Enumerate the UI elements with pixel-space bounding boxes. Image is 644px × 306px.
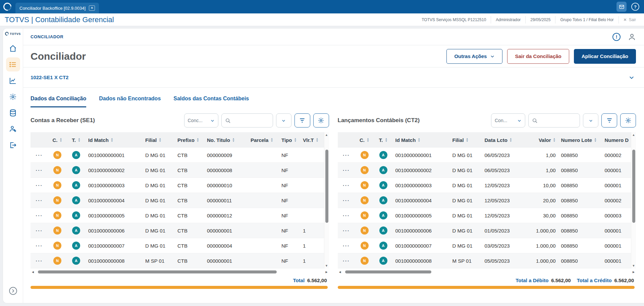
sort-icon[interactable]: ▲▼ <box>159 138 161 142</box>
right-filter-select[interactable]: Con... <box>491 113 525 128</box>
left-search-options-select[interactable] <box>276 113 291 128</box>
column-header-id_match[interactable]: Id Match▲▼ <box>393 137 450 143</box>
scroll-left-icon[interactable]: ◄ <box>338 270 342 274</box>
right-filter-button[interactable] <box>601 113 617 128</box>
row-menu-button[interactable]: ··· <box>36 243 43 249</box>
column-header-numero_lote[interactable]: Numero Lote▲▼ <box>558 137 602 143</box>
scrollbar-thumb[interactable] <box>345 270 432 273</box>
table-row[interactable]: ···NA0010000000007D MG 0103/05/20231.000… <box>338 238 636 253</box>
row-menu-button[interactable]: ··· <box>36 228 43 234</box>
notifications-button[interactable]: ! <box>612 33 621 41</box>
table-row[interactable]: ···NA0010000000006D MG 0101/05/20231.000… <box>338 223 636 238</box>
sidebar-item-dashboard[interactable] <box>6 73 20 88</box>
sidebar-expand-button[interactable] <box>6 284 20 298</box>
table-row[interactable]: ···NA0010000000002D MG 0106/05/20231,000… <box>338 163 636 178</box>
apply-conciliation-button[interactable]: Aplicar Conciliação <box>574 49 636 64</box>
tab-1[interactable]: Dados não Encontrados <box>99 96 161 107</box>
sidebar-item-conciliador[interactable] <box>6 57 20 71</box>
sort-icon[interactable]: ▲▼ <box>78 138 80 142</box>
sort-icon[interactable]: ▲▼ <box>294 138 297 142</box>
table-row[interactable]: ···NA0010000000005D MG 01CTB000000012NF <box>31 208 329 223</box>
sidebar-item-home[interactable] <box>6 41 20 55</box>
user-profile-button[interactable] <box>628 33 636 41</box>
sort-icon[interactable]: ▲▼ <box>111 138 113 142</box>
row-menu-button[interactable]: ··· <box>343 243 350 249</box>
table-row[interactable]: ···NA0010000000008M SP 01CTB000000001NF1 <box>31 253 329 268</box>
table-row[interactable]: ···NA0010000000004D MG 01CTB000000011NF <box>31 193 329 208</box>
left-filter-select[interactable]: Conc... <box>184 113 218 128</box>
column-header-t[interactable]: T.▲▼ <box>374 137 393 143</box>
sort-icon[interactable]: ▲▼ <box>553 138 556 142</box>
sort-icon[interactable]: ▲▼ <box>270 138 273 142</box>
sort-icon[interactable]: ▲▼ <box>197 138 199 142</box>
column-header-filial[interactable]: Filial▲▼ <box>143 137 175 143</box>
sort-icon[interactable]: ▲▼ <box>418 138 420 142</box>
tab-0[interactable]: Dados da Conciliação <box>31 96 86 107</box>
sort-icon[interactable]: ▲▼ <box>232 138 235 142</box>
sort-icon[interactable]: ▲▼ <box>594 138 597 142</box>
column-header-c[interactable]: C.▲▼ <box>48 137 67 143</box>
tab-2[interactable]: Saldos das Contas Contábeis <box>173 96 249 107</box>
row-menu-button[interactable]: ··· <box>343 152 350 158</box>
sort-icon[interactable]: ▲▼ <box>60 138 62 142</box>
row-menu-button[interactable]: ··· <box>343 198 350 203</box>
scrollbar-thumb[interactable] <box>632 150 635 223</box>
chevron-down-icon[interactable] <box>629 74 635 81</box>
window-tab[interactable]: Conciliador Backoffice [02.9.0034] ✕ <box>15 3 99 13</box>
table-row[interactable]: ···NA0010000000005D MG 0112/05/202330,00… <box>338 208 636 223</box>
right-vertical-scrollbar[interactable]: ▲ ▼ <box>631 132 636 268</box>
row-menu-button[interactable]: ··· <box>36 198 43 203</box>
column-header-id_match[interactable]: Id Match▲▼ <box>86 137 143 143</box>
scroll-up-icon[interactable]: ▲ <box>324 133 329 137</box>
column-header-vlr[interactable]: Vlr.T▲▼ <box>300 137 327 143</box>
table-row[interactable]: ···NA0010000000004D MG 0112/05/202320,00… <box>338 193 636 208</box>
scrollbar-thumb[interactable] <box>38 270 277 273</box>
left-horizontal-scrollbar[interactable]: ◄ ► <box>31 269 329 275</box>
close-icon[interactable]: ✕ <box>89 5 95 11</box>
row-menu-button[interactable]: ··· <box>36 213 43 218</box>
right-settings-button[interactable] <box>620 113 636 128</box>
table-row[interactable]: ···NA0010000000001D MG 0106/05/20231,000… <box>338 148 636 163</box>
scrollbar-thumb[interactable] <box>325 150 328 223</box>
table-row[interactable]: ···NA0010000000003D MG 0112/05/202310,00… <box>338 178 636 193</box>
row-menu-button[interactable]: ··· <box>343 183 350 188</box>
table-row[interactable]: ···NA0010000000008M SP 0105/05/20231.000… <box>338 253 636 268</box>
table-row[interactable]: ···NA0010000000002D MG 01CTB000000008NF <box>31 163 329 178</box>
row-menu-button[interactable]: ··· <box>36 167 43 173</box>
sort-icon[interactable]: ▲▼ <box>466 138 469 142</box>
table-row[interactable]: ···NA0010000000003D MG 01CTB000000010NF <box>31 178 329 193</box>
other-actions-button[interactable]: Outras Ações <box>446 49 502 64</box>
branch-selector[interactable]: Grupo Totvs 1 / Filial Belo Hor <box>555 16 618 23</box>
table-row[interactable]: ···NA0010000000006D MG 01CTB000000001NF1 <box>31 223 329 238</box>
binding-section-header[interactable]: 1022-SE1 X CT2 <box>23 67 644 88</box>
row-menu-button[interactable]: ··· <box>343 228 350 234</box>
row-menu-button[interactable]: ··· <box>343 213 350 218</box>
scroll-down-icon[interactable]: ▼ <box>631 264 636 267</box>
column-header-data_lcto[interactable]: Data Lcto▲▼ <box>482 137 525 143</box>
scroll-up-icon[interactable]: ▲ <box>631 133 636 137</box>
scroll-right-icon[interactable]: ► <box>325 270 328 274</box>
sort-icon[interactable]: ▲▼ <box>367 138 369 142</box>
exit-conciliation-button[interactable]: Sair da Conciliação <box>507 49 569 64</box>
row-menu-button[interactable]: ··· <box>36 152 43 158</box>
logout-link[interactable]: ✕ Sair <box>619 16 641 23</box>
sidebar-item-logout[interactable] <box>6 138 20 152</box>
row-menu-button[interactable]: ··· <box>36 258 43 264</box>
table-row[interactable]: ···NA0010000000001D MG 01CTB000000009NF <box>31 148 329 163</box>
left-settings-button[interactable] <box>313 113 329 128</box>
sidebar-item-database[interactable] <box>6 106 20 120</box>
row-menu-button[interactable]: ··· <box>343 167 350 173</box>
right-horizontal-scrollbar[interactable]: ◄ ► <box>338 269 636 275</box>
sidebar-item-settings[interactable] <box>6 90 20 104</box>
column-header-c[interactable]: C.▲▼ <box>355 137 374 143</box>
row-menu-button[interactable]: ··· <box>36 183 43 188</box>
column-header-t[interactable]: T.▲▼ <box>67 137 86 143</box>
right-search-input[interactable] <box>540 118 576 123</box>
help-button[interactable]: ? <box>631 3 639 11</box>
row-menu-button[interactable]: ··· <box>343 258 350 264</box>
column-header-prefixo[interactable]: Prefixo▲▼ <box>175 137 204 143</box>
scroll-left-icon[interactable]: ◄ <box>31 270 35 274</box>
sort-icon[interactable]: ▲▼ <box>385 138 387 142</box>
column-header-valor[interactable]: Valor▲▼ <box>525 137 558 143</box>
scroll-right-icon[interactable]: ► <box>632 270 635 274</box>
